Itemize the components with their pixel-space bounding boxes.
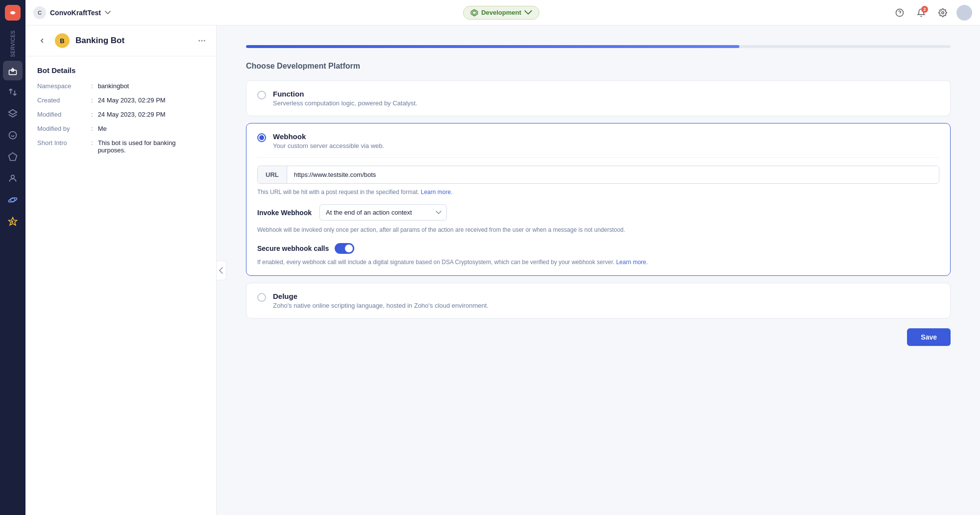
left-panel: B Banking Bot Bot Details Namespace : ba… xyxy=(25,25,217,515)
webhook-name: Webhook xyxy=(273,132,384,141)
url-row: URL xyxy=(257,166,939,184)
sidebar-icon-planet[interactable] xyxy=(3,190,23,210)
right-panel: Choose Development Platform Function Ser… xyxy=(217,25,980,515)
topbar-center: Development xyxy=(117,6,886,20)
svg-point-6 xyxy=(11,175,15,179)
deluge-desc: Zoho's native online scripting language,… xyxy=(273,302,489,309)
webhook-expanded: URL This URL will be hit with a post req… xyxy=(257,157,939,267)
url-input[interactable] xyxy=(287,166,939,183)
detail-label-modified-by: Modified by xyxy=(37,125,91,132)
svg-point-18 xyxy=(204,40,205,42)
detail-value-modified-by: Me xyxy=(98,125,107,132)
sidebar-icon-person[interactable] xyxy=(3,169,23,188)
brand-selector[interactable]: C ConvoKraftTest xyxy=(33,6,111,19)
invoke-desc: Webhook will be invoked only once per ac… xyxy=(257,225,939,234)
detail-namespace: Namespace : bankingbot xyxy=(37,82,204,90)
svg-marker-3 xyxy=(9,110,17,115)
secure-label: Secure webhook calls xyxy=(257,245,329,252)
secure-toggle[interactable] xyxy=(335,243,354,254)
deluge-name: Deluge xyxy=(273,292,489,300)
services-label: Services xyxy=(10,30,16,57)
brand-name: ConvoKraftTest xyxy=(50,9,101,17)
detail-created: Created : 24 May 2023, 02:29 PM xyxy=(37,97,204,104)
function-info: Function Serverless computation logic, p… xyxy=(273,90,417,107)
toggle-knob xyxy=(345,245,353,252)
sidebar-icon-brain[interactable] xyxy=(3,125,23,145)
notification-badge: 2 xyxy=(921,6,928,13)
deluge-radio[interactable] xyxy=(257,293,266,302)
save-button[interactable]: Save xyxy=(907,328,951,346)
detail-modified-by: Modified by : Me xyxy=(37,125,204,132)
env-label: Development xyxy=(481,9,521,16)
svg-marker-12 xyxy=(472,11,476,15)
webhook-info: Webhook Your custom server accessible vi… xyxy=(273,132,384,149)
notifications-button[interactable]: 2 xyxy=(913,5,929,21)
function-radio[interactable] xyxy=(257,91,266,99)
detail-short-intro: Short Intro : This bot is used for banki… xyxy=(37,139,204,154)
secure-row: Secure webhook calls xyxy=(257,243,939,254)
more-options-button[interactable] xyxy=(197,36,206,45)
env-selector[interactable]: Development xyxy=(463,6,539,20)
function-card-header: Function Serverless computation logic, p… xyxy=(257,90,939,107)
bot-details-title: Bot Details xyxy=(37,66,204,74)
secure-desc: If enabled, every webhook call will incl… xyxy=(257,258,939,267)
svg-point-8 xyxy=(8,197,18,203)
detail-value-modified: 24 May 2023, 02:29 PM xyxy=(98,111,166,118)
svg-rect-1 xyxy=(9,71,17,75)
deluge-info: Deluge Zoho's native online scripting la… xyxy=(273,292,489,309)
invoke-label: Invoke Webhook xyxy=(257,209,312,217)
progress-bar-area xyxy=(246,45,951,48)
sidebar-icon-layers[interactable] xyxy=(3,104,23,123)
user-avatar[interactable] xyxy=(956,5,972,21)
help-button[interactable] xyxy=(892,5,907,21)
svg-point-17 xyxy=(201,40,203,42)
back-button[interactable] xyxy=(35,34,49,48)
svg-point-4 xyxy=(9,132,17,139)
function-desc: Serverless computation logic, powered by… xyxy=(273,99,417,107)
brand-avatar: C xyxy=(33,6,46,19)
section-title: Choose Development Platform xyxy=(246,62,951,71)
detail-value-short-intro: This bot is used for banking purposes. xyxy=(98,139,204,154)
svg-point-15 xyxy=(942,11,944,14)
webhook-card-header: Webhook Your custom server accessible vi… xyxy=(257,132,939,149)
svg-marker-5 xyxy=(9,153,17,161)
bot-avatar: B xyxy=(55,33,70,48)
svg-text:+: + xyxy=(12,220,13,223)
app-logo[interactable] xyxy=(5,5,21,21)
bot-name: Banking Bot xyxy=(75,36,124,46)
detail-label-short-intro: Short Intro xyxy=(37,139,91,154)
progress-track xyxy=(246,45,951,48)
sidebar-icon-arrows[interactable] xyxy=(3,82,23,102)
deluge-card-header: Deluge Zoho's native online scripting la… xyxy=(257,292,939,309)
webhook-radio[interactable] xyxy=(257,133,266,142)
sidebar-icon-bot[interactable] xyxy=(3,61,23,80)
detail-label-modified: Modified xyxy=(37,111,91,118)
invoke-select[interactable]: At the end of an action context After ea… xyxy=(319,204,447,221)
save-row: Save xyxy=(246,328,951,356)
svg-point-0 xyxy=(11,11,14,14)
url-note: This URL will be hit with a post request… xyxy=(257,189,939,196)
webhook-desc: Your custom server accessible via web. xyxy=(273,142,384,149)
detail-label-namespace: Namespace xyxy=(37,82,91,90)
detail-value-created: 24 May 2023, 02:29 PM xyxy=(98,97,166,104)
panel-header: B Banking Bot xyxy=(25,25,216,56)
url-learn-more-link[interactable]: Learn more. xyxy=(421,189,453,196)
progress-fill xyxy=(246,45,739,48)
bot-details-section: Bot Details Namespace : bankingbot Creat… xyxy=(25,56,216,171)
function-name: Function xyxy=(273,90,417,98)
detail-value-namespace: bankingbot xyxy=(98,82,129,90)
invoke-row: Invoke Webhook At the end of an action c… xyxy=(257,204,939,221)
topbar: C ConvoKraftTest Development 2 xyxy=(25,0,980,25)
svg-point-16 xyxy=(198,40,200,42)
detail-label-created: Created xyxy=(37,97,91,104)
platform-card-function[interactable]: Function Serverless computation logic, p… xyxy=(246,80,951,116)
sidebar-icon-diamond[interactable] xyxy=(3,147,23,167)
webhook-radio-inner xyxy=(259,135,264,140)
sidebar-icon-ai[interactable]: + xyxy=(3,212,23,231)
collapse-handle[interactable] xyxy=(217,261,226,280)
secure-learn-more-link[interactable]: Learn more. xyxy=(616,259,648,266)
platform-card-deluge[interactable]: Deluge Zoho's native online scripting la… xyxy=(246,283,951,319)
settings-button[interactable] xyxy=(935,5,951,21)
platform-card-webhook[interactable]: Webhook Your custom server accessible vi… xyxy=(246,123,951,276)
icon-rail: Services + xyxy=(0,0,25,515)
